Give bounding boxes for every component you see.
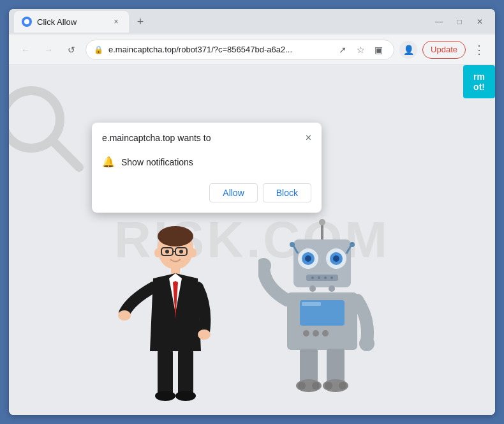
- browser-tab[interactable]: Click Allow ×: [14, 11, 129, 33]
- svg-point-9: [154, 248, 161, 257]
- dialog-notification-row: 🔔 Show notifications: [102, 151, 311, 173]
- svg-point-14: [118, 310, 131, 321]
- tab-close-button[interactable]: ×: [111, 17, 121, 27]
- svg-point-3: [158, 226, 193, 246]
- lock-icon: 🔒: [94, 45, 103, 54]
- svg-rect-48: [300, 349, 318, 384]
- svg-point-38: [309, 285, 316, 292]
- svg-point-36: [324, 276, 327, 279]
- profile-button[interactable]: 👤: [399, 41, 417, 59]
- url-text: e.maincaptcha.top/robot371/?c=856547bd-a…: [108, 45, 330, 54]
- browser-window: Click Allow × + — □ ✕ ← → ↺ 🔒 e.maincapt…: [9, 9, 495, 415]
- tab-title: Click Allow: [37, 17, 106, 27]
- bell-icon: 🔔: [102, 156, 115, 168]
- svg-point-44: [313, 330, 319, 337]
- website-background: RISK.COM rm ot!: [9, 65, 495, 415]
- svg-line-1: [54, 142, 79, 167]
- block-button[interactable]: Block: [263, 183, 311, 202]
- address-bar: ← → ↺ 🔒 e.maincaptcha.top/robot371/?c=85…: [9, 34, 495, 65]
- dialog-title: e.maincaptcha.top wants to: [102, 133, 211, 143]
- dialog-header: e.maincaptcha.top wants to ×: [102, 133, 311, 143]
- svg-rect-33: [306, 275, 338, 281]
- svg-point-15: [198, 329, 211, 340]
- magnifier-decoration: [9, 84, 85, 174]
- svg-point-28: [333, 255, 339, 262]
- permission-dialog: e.maincaptcha.top wants to × 🔔 Show noti…: [92, 123, 322, 213]
- svg-point-32: [350, 242, 355, 247]
- svg-point-52: [298, 382, 306, 390]
- svg-point-43: [303, 330, 309, 337]
- svg-point-45: [322, 330, 329, 337]
- url-bar[interactable]: 🔒 e.maincaptcha.top/robot371/?c=856547bd…: [85, 40, 394, 60]
- bookmark-icon[interactable]: ☆: [353, 42, 368, 57]
- svg-point-55: [339, 382, 346, 390]
- characters-container: [118, 217, 386, 415]
- svg-point-39: [329, 285, 335, 292]
- teal-confirm-button[interactable]: rm ot!: [463, 65, 495, 98]
- svg-rect-16: [158, 350, 173, 395]
- reload-button[interactable]: ↺: [63, 41, 80, 59]
- minimize-button[interactable]: —: [434, 17, 444, 26]
- svg-point-35: [318, 276, 320, 279]
- svg-point-37: [330, 276, 333, 279]
- svg-rect-17: [178, 350, 193, 395]
- tab-favicon-icon: [22, 17, 32, 27]
- robot-figure: [258, 217, 386, 402]
- person-figure: [118, 223, 233, 402]
- svg-point-34: [311, 276, 314, 279]
- window-controls: — □ ✕: [434, 17, 490, 26]
- new-tab-button[interactable]: +: [131, 13, 149, 31]
- svg-point-47: [359, 336, 374, 351]
- svg-point-7: [165, 250, 169, 254]
- svg-point-19: [175, 391, 196, 401]
- svg-point-21: [319, 219, 325, 225]
- share-icon[interactable]: ↗: [335, 42, 350, 57]
- svg-point-54: [325, 382, 332, 390]
- close-button[interactable]: ✕: [475, 17, 485, 26]
- svg-point-30: [290, 242, 295, 247]
- svg-rect-49: [327, 349, 345, 384]
- svg-point-8: [179, 250, 183, 254]
- svg-point-53: [312, 382, 320, 390]
- title-bar: Click Allow × + — □ ✕: [9, 9, 495, 34]
- allow-button[interactable]: Allow: [209, 183, 257, 202]
- split-view-icon[interactable]: ▣: [371, 42, 386, 57]
- svg-point-10: [190, 248, 196, 257]
- dialog-close-button[interactable]: ×: [306, 133, 311, 143]
- svg-rect-42: [302, 302, 321, 306]
- browser-content: RISK.COM rm ot!: [9, 65, 495, 415]
- back-button[interactable]: ←: [17, 41, 34, 59]
- svg-point-18: [155, 391, 175, 401]
- url-actions: ↗ ☆ ▣: [335, 42, 386, 57]
- dialog-buttons: Allow Block: [102, 183, 311, 202]
- svg-point-25: [305, 255, 311, 262]
- notification-text: Show notifications: [121, 157, 193, 167]
- forward-button[interactable]: →: [40, 41, 57, 59]
- update-button[interactable]: Update: [422, 41, 466, 59]
- maximize-button[interactable]: □: [454, 17, 464, 26]
- menu-button[interactable]: ⋮: [471, 40, 487, 59]
